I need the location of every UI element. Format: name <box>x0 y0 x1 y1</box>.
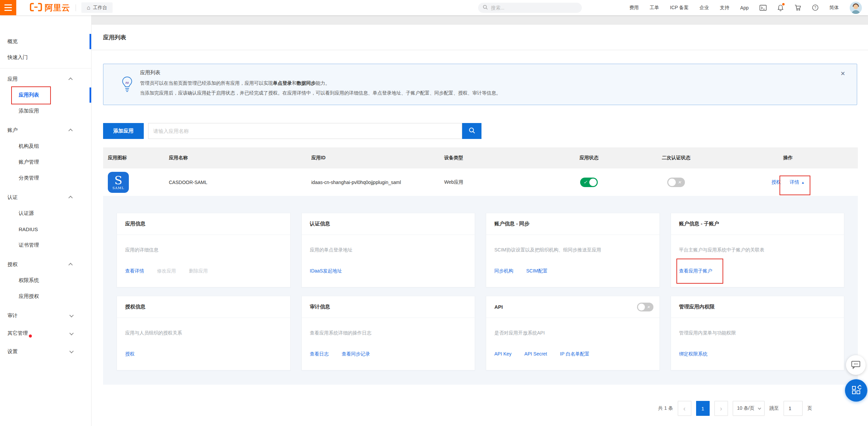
idaas-sso-url-link[interactable]: IDaaS发起地址 <box>310 268 342 274</box>
next-page-button[interactable]: › <box>714 401 728 416</box>
cart-icon[interactable] <box>794 4 801 11</box>
sidebar-item-radius[interactable]: RADIUS <box>0 221 91 237</box>
card-desc: 应用的单点登录地址 <box>310 246 467 253</box>
aliyun-logo[interactable]: 阿里云 <box>30 2 70 13</box>
app-search-button[interactable] <box>462 123 481 139</box>
delete-app-link: 删除应用 <box>189 268 208 274</box>
card-account-subaccount: 账户信息 - 子账户 平台主账户与应用系统中子账户的关联表 查看应用子账户 <box>671 213 845 287</box>
card-desc: SCIM协议设置以及把组织机构、组同步推送至应用 <box>494 246 651 253</box>
authorize-link[interactable]: 授权 <box>125 351 135 357</box>
jump-to-label: 跳至 <box>769 405 779 411</box>
card-account-sync: 账户信息 - 同步 SCIM协议设置以及把组织机构、组同步推送至应用 同步机构 … <box>486 213 660 287</box>
menu-item-app[interactable]: App <box>740 5 749 11</box>
sidebar-group-audit[interactable]: 审计 <box>0 308 91 324</box>
sidebar-item-quickstart[interactable]: 快速入门 <box>0 49 91 65</box>
add-app-button[interactable]: 添加应用 <box>103 123 144 139</box>
menu-item-tickets[interactable]: 工单 <box>650 5 659 11</box>
banner-title: 应用列表 <box>140 69 826 76</box>
sidebar-item-app-list[interactable]: 应用列表 <box>0 87 91 103</box>
page-title: 应用列表 <box>103 34 126 41</box>
sidebar-divider <box>0 68 91 68</box>
card-app-info: 应用信息 应用的详细信息 查看详情 修改应用 删除应用 <box>117 213 291 287</box>
card-api: API ✕ 是否对应用开放系统API API Key API Secret IP… <box>486 296 660 370</box>
app-grid-button[interactable] <box>845 379 867 402</box>
authorize-action-link[interactable]: 授权 <box>771 179 781 185</box>
app-search-input[interactable] <box>153 128 457 134</box>
sidebar-item-category-mgmt[interactable]: 分类管理 <box>0 170 91 186</box>
jump-page-input[interactable] <box>784 401 803 416</box>
view-log-link[interactable]: 查看日志 <box>310 351 329 357</box>
mfa-status-toggle-off[interactable]: ✕ <box>667 178 685 187</box>
modify-app-link: 修改应用 <box>157 268 176 274</box>
svg-text:?: ? <box>814 6 816 9</box>
sidebar-group-other-mgmt[interactable]: 其它管理 <box>0 326 91 342</box>
api-toggle-off[interactable]: ✕ <box>637 302 653 311</box>
chevron-up-icon <box>68 263 73 267</box>
sidebar-group-settings[interactable]: 设置 <box>0 344 91 360</box>
pagination: 共 1 条 ‹ 1 › 10 条/页 跳至 页 <box>92 401 812 416</box>
bind-permission-system-link[interactable]: 绑定权限系统 <box>679 351 708 357</box>
sidebar-item-perm-system[interactable]: 权限系统 <box>0 272 91 288</box>
close-icon[interactable]: ✕ <box>841 70 845 77</box>
card-desc: 查看应用系统详细的操作日志 <box>310 329 467 337</box>
app-status-toggle-on[interactable]: ✓ <box>580 178 598 187</box>
card-desc: 应用与人员组织的授权关系 <box>125 329 282 337</box>
view-details-link[interactable]: 查看详情 <box>125 268 144 274</box>
chevron-down-icon <box>758 406 761 410</box>
card-desc: 平台主账户与应用系统中子账户的关联表 <box>679 246 836 253</box>
hamburger-menu-icon[interactable] <box>0 0 16 15</box>
card-auth-info: 认证信息 应用的单点登录地址 IDaaS发起地址 <box>301 213 475 287</box>
sidebar-group-authorization[interactable]: 授权 <box>0 257 91 272</box>
view-app-subaccount-link[interactable]: 查看应用子账户 <box>679 268 712 274</box>
menu-item-enterprise[interactable]: 企业 <box>699 5 709 11</box>
triangle-up-icon: ▲ <box>801 181 805 184</box>
topbar-search <box>478 3 582 13</box>
app-grid-icon <box>851 385 861 396</box>
search-icon <box>469 127 475 135</box>
col-header-app-id: 应用ID <box>307 155 439 161</box>
sidebar-group-account[interactable]: 账户 <box>0 122 91 138</box>
user-avatar[interactable] <box>850 2 862 14</box>
sync-org-link[interactable]: 同步机构 <box>494 268 513 274</box>
cell-app-id: idaas-cn-shanghai-pvl0hq0ojjpplugin_saml <box>307 180 439 185</box>
notification-bell-icon[interactable] <box>777 4 784 11</box>
topbar: 阿里云 ⌂ 工作台 费用 工单 ICP 备案 企业 支持 App <box>0 0 868 15</box>
sidebar-item-auth-source[interactable]: 认证源 <box>0 205 91 221</box>
page-header: 应用列表 <box>92 25 868 50</box>
language-switch[interactable]: 简体 <box>829 5 839 11</box>
card-title: API <box>494 304 503 310</box>
prev-page-button[interactable]: ‹ <box>678 401 691 416</box>
feedback-chat-button[interactable] <box>846 355 866 375</box>
ip-whitelist-link[interactable]: IP 白名单配置 <box>560 351 590 357</box>
card-desc: 应用的详细信息 <box>125 246 282 253</box>
total-count-label: 共 1 条 <box>658 405 673 411</box>
sidebar-group-authentication[interactable]: 认证 <box>0 189 91 205</box>
sidebar-item-overview[interactable]: 概览 <box>0 34 91 49</box>
topbar-right-menu: 费用 工单 ICP 备案 企业 支持 App ? 简体 <box>629 0 862 15</box>
terminal-icon[interactable] <box>760 5 767 11</box>
menu-item-icp[interactable]: ICP 备案 <box>670 5 689 11</box>
card-app-permission: 管理应用内权限 管理应用内菜单与功能权限 绑定权限系统 <box>671 296 845 370</box>
api-key-link[interactable]: API Key <box>494 351 512 357</box>
topbar-search-input[interactable] <box>491 5 577 11</box>
api-secret-link[interactable]: API Secret <box>525 351 547 357</box>
view-sync-record-link[interactable]: 查看同步记录 <box>342 351 370 357</box>
banner-line-2: 当添加完应用后，应该确认应用处于启用状态，并已经完成了授权。在应用详情中，可以看… <box>140 88 826 98</box>
sidebar-group-application[interactable]: 应用 <box>0 71 91 87</box>
menu-item-support[interactable]: 支持 <box>720 5 729 11</box>
notification-dot <box>782 3 785 5</box>
menu-item-billing[interactable]: 费用 <box>629 5 639 11</box>
sidebar-item-org-group[interactable]: 机构及组 <box>0 138 91 154</box>
detail-action-link[interactable]: 详情▲ <box>790 179 805 185</box>
sidebar-item-app-grant[interactable]: 应用授权 <box>0 288 91 304</box>
cell-app-name: CASDOOR-SAML <box>164 180 307 185</box>
help-icon[interactable]: ? <box>812 4 818 11</box>
current-page-button[interactable]: 1 <box>696 401 710 416</box>
sidebar-item-add-app[interactable]: 添加应用 <box>0 103 91 119</box>
x-icon: ✕ <box>678 178 681 187</box>
sidebar-item-account-mgmt[interactable]: 账户管理 <box>0 154 91 170</box>
sidebar-item-cert-mgmt[interactable]: 证书管理 <box>0 237 91 253</box>
page-size-select[interactable]: 10 条/页 <box>733 401 765 416</box>
workbench-button[interactable]: ⌂ 工作台 <box>81 2 113 13</box>
scim-config-link[interactable]: SCIM配置 <box>526 268 548 274</box>
